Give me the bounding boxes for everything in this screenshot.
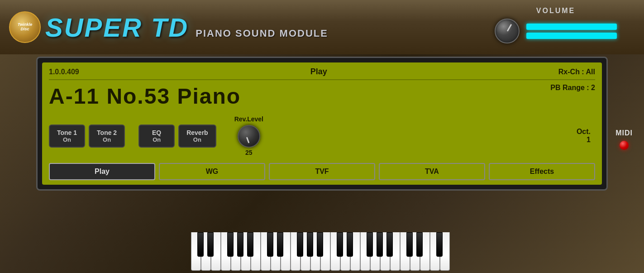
tone1-label: Tone 1 [57,129,77,136]
black-key[interactable] [377,232,383,257]
black-key[interactable] [297,232,303,257]
black-key[interactable] [337,232,343,257]
black-key[interactable] [247,232,253,257]
display-screen: 1.0.0.409 Play Rx-Ch : All PB Range : 2 … [42,62,602,185]
app-subtitle: PIANO SOUND MODULE [196,28,328,39]
mode-text: Play [310,67,327,77]
rev-section: Rev.Level 25 [234,115,263,156]
rx-ch-text: Rx-Ch : All [558,68,595,76]
piano-keyboard[interactable] [191,232,453,273]
nav-play-button[interactable]: Play [49,163,155,180]
nav-effects-button[interactable]: Effects [489,163,595,180]
midi-led [620,141,629,150]
black-key[interactable] [227,232,234,257]
display-main: PB Range : 2 A-11 No.53 Piano Tone 1 On … [49,84,595,180]
info-bar: 1.0.0.409 Play Rx-Ch : All [49,67,595,80]
volume-label: VOLUME [536,7,575,15]
reverb-status: On [186,136,208,143]
keyboard-container [191,232,453,273]
nav-wg-button[interactable]: WG [159,163,265,180]
black-key[interactable] [237,232,243,257]
volume-knob[interactable] [495,19,520,43]
volume-controls [495,19,617,43]
eq-status: On [147,136,167,143]
logo-area: TwinkleDisc [9,11,41,43]
oct-label: Oct. [577,128,591,136]
black-key[interactable] [416,232,423,257]
keys-wrapper [191,232,450,273]
tone2-label: Tone 2 [97,129,117,136]
oct-value: 1 [577,136,591,144]
version-text: 1.0.0.409 [49,68,79,76]
rev-value: 25 [245,149,253,156]
tone2-status: On [97,136,117,143]
volume-bar-1[interactable] [526,24,617,30]
header: TwinkleDisc SUPER TD PIANO SOUND MODULE … [0,0,644,54]
black-key[interactable] [197,232,204,257]
nav-tva-button[interactable]: TVA [379,163,485,180]
black-key[interactable] [317,232,323,257]
display-container: 1.0.0.409 Play Rx-Ch : All PB Range : 2 … [36,57,608,191]
black-key[interactable] [436,232,443,257]
volume-bars [526,24,617,39]
black-key[interactable] [267,232,273,257]
eq-label: EQ [147,129,167,136]
main-body: TwinkleDisc SUPER TD PIANO SOUND MODULE … [0,0,644,273]
controls-row: Tone 1 On Tone 2 On EQ On [49,115,595,156]
rev-knob[interactable] [238,125,260,148]
black-key[interactable] [277,232,283,257]
pb-range-area: PB Range : 2 [550,84,595,92]
black-key[interactable] [307,232,313,257]
midi-label: MIDI [615,129,633,137]
black-key[interactable] [386,232,393,257]
tone1-status: On [57,136,77,143]
eq-button[interactable]: EQ On [138,125,175,148]
title-area: SUPER TD PIANO SOUND MODULE [45,12,328,43]
black-key[interactable] [406,232,413,257]
nav-buttons: Play WG TVF TVA Effects [49,163,595,180]
app-title-super-td: SUPER TD [45,12,189,43]
reverb-button[interactable]: Reverb On [178,125,216,148]
tone1-button[interactable]: Tone 1 On [49,125,85,148]
midi-section: MIDI [615,129,633,150]
reverb-label: Reverb [186,129,208,136]
black-key[interactable] [367,232,373,257]
oct-section: Oct. 1 [577,128,595,144]
pb-range-text: PB Range : 2 [550,84,595,91]
logo-icon: TwinkleDisc [9,11,41,43]
black-key[interactable] [207,232,214,257]
preset-name: A-11 No.53 Piano [49,84,595,109]
volume-bar-2[interactable] [526,33,617,39]
black-key[interactable] [347,232,353,257]
rev-label: Rev.Level [234,115,263,123]
volume-section: VOLUME [495,7,617,43]
tone2-button[interactable]: Tone 2 On [89,125,125,148]
nav-tvf-button[interactable]: TVF [269,163,375,180]
